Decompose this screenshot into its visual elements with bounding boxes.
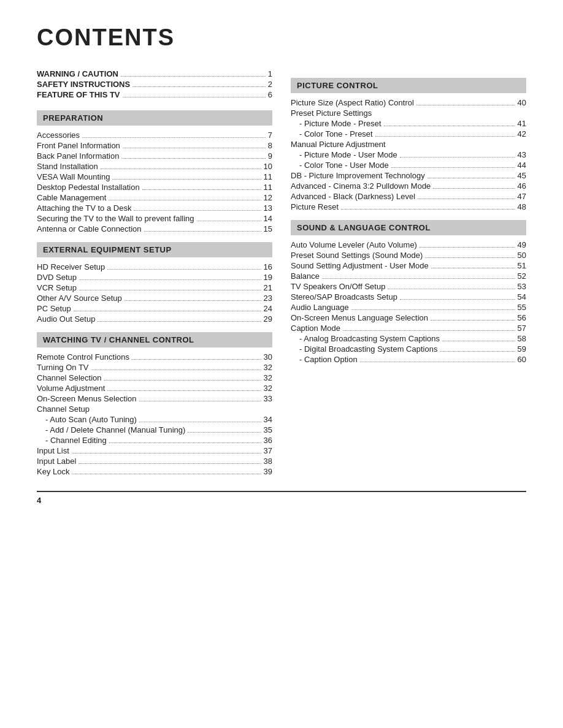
intro-section: WARNING / CAUTION1SAFETY INSTRUCTIONS2FE… bbox=[37, 69, 272, 99]
toc-item: Audio Language55 bbox=[291, 303, 526, 312]
toc-item-label: Remote Control Functions bbox=[37, 352, 129, 362]
toc-dots bbox=[134, 210, 261, 211]
toc-page-num: 48 bbox=[518, 202, 526, 211]
toc-page-num: 44 bbox=[518, 161, 526, 170]
toc-dots bbox=[74, 311, 261, 311]
toc-page-num: 58 bbox=[518, 334, 526, 343]
toc-item-label: DB - Picture Improvement Technology bbox=[291, 171, 425, 180]
toc-item: Stereo/SAP Broadcasts Setup54 bbox=[291, 292, 526, 301]
toc-item: VESA Wall Mounting11 bbox=[37, 172, 272, 181]
toc-dots bbox=[91, 370, 261, 370]
toc-item-label: Other A/V Source Setup bbox=[37, 294, 122, 303]
toc-dots bbox=[433, 188, 515, 189]
toc-item-label: Picture Size (Aspect Ratio) Control bbox=[291, 98, 414, 107]
toc-dots bbox=[391, 167, 515, 168]
section-title: SOUND & LANGUAGE CONTROL bbox=[297, 223, 431, 232]
toc-item-label: - Picture Mode - Preset bbox=[291, 119, 381, 128]
toc-dots bbox=[107, 390, 261, 391]
toc-item: - Color Tone - Preset42 bbox=[291, 129, 526, 138]
toc-page-num: 1 bbox=[268, 69, 272, 78]
toc-page-num: 50 bbox=[518, 251, 526, 260]
left-column: WARNING / CAUTION1SAFETY INSTRUCTIONS2FE… bbox=[37, 69, 272, 479]
toc-item: SAFETY INSTRUCTIONS2 bbox=[37, 80, 272, 89]
toc-item: VCR Setup21 bbox=[37, 283, 272, 292]
toc-item-label: Input List bbox=[37, 446, 69, 455]
toc-page-num: 35 bbox=[264, 425, 272, 434]
toc-page-num: 32 bbox=[264, 384, 272, 393]
right-column: PICTURE CONTROLPicture Size (Aspect Rati… bbox=[291, 69, 526, 479]
toc-item: Other A/V Source Setup23 bbox=[37, 294, 272, 303]
toc-item-label: Desktop Pedestal Installation bbox=[37, 183, 140, 192]
toc-item: Manual Picture Adjustment bbox=[291, 140, 526, 149]
toc-page-num: 19 bbox=[264, 273, 272, 282]
toc-item: On-Screen Menus Selection33 bbox=[37, 394, 272, 403]
section-header: WATCHING TV / CHANNEL CONTROL bbox=[37, 332, 272, 347]
toc-item: Attaching the TV to a Desk13 bbox=[37, 203, 272, 213]
toc-page-num: 37 bbox=[264, 446, 272, 455]
toc-item-label: Accessories bbox=[37, 131, 80, 140]
toc-item-label: - Channel Editing bbox=[37, 436, 107, 445]
toc-dots bbox=[144, 231, 261, 232]
toc-item-label: Attaching the TV to a Desk bbox=[37, 203, 131, 213]
toc-page-num: 8 bbox=[268, 141, 272, 150]
toc-page-num: 16 bbox=[264, 262, 272, 271]
toc-item-label: Input Label bbox=[37, 457, 76, 466]
section-title: WATCHING TV / CHANNEL CONTROL bbox=[43, 335, 194, 344]
toc-item-label: Antenna or Cable Connection bbox=[37, 224, 142, 233]
section-items: Accessories7Front Panel Information8Back… bbox=[37, 131, 272, 233]
toc-item-label: Audio Language bbox=[291, 303, 349, 312]
toc-dots bbox=[384, 126, 515, 126]
toc-item: Preset Picture Settings bbox=[291, 108, 526, 118]
toc-item-label: - Picture Mode - User Mode bbox=[291, 150, 397, 159]
toc-page-num: 51 bbox=[518, 261, 526, 270]
section-items: Picture Size (Aspect Ratio) Control40Pre… bbox=[291, 98, 526, 211]
toc-dots bbox=[400, 299, 515, 300]
toc-item: PC Setup24 bbox=[37, 304, 272, 313]
toc-page-num: 59 bbox=[518, 344, 526, 354]
toc-dots bbox=[343, 330, 515, 331]
toc-item-label: - Analog Broadcasting System Captions bbox=[291, 334, 440, 343]
section-header: PREPARATION bbox=[37, 110, 272, 126]
toc-dots bbox=[79, 279, 261, 280]
toc-page-num: 55 bbox=[518, 303, 526, 312]
toc-dots bbox=[139, 401, 261, 401]
page-title: CONTENTS bbox=[37, 25, 526, 51]
toc-dots bbox=[132, 86, 266, 87]
section-block: PREPARATIONAccessories7Front Panel Infor… bbox=[37, 110, 272, 233]
toc-dots bbox=[442, 341, 515, 341]
footer-page-number: 4 bbox=[37, 496, 41, 505]
toc-item-label: Key Lock bbox=[37, 467, 69, 476]
toc-item-label: SAFETY INSTRUCTIONS bbox=[37, 80, 130, 89]
toc-item-label: WARNING / CAUTION bbox=[37, 69, 118, 78]
toc-item: - Auto Scan (Auto Tuning)34 bbox=[37, 415, 272, 424]
toc-item: Desktop Pedestal Installation11 bbox=[37, 183, 272, 192]
toc-item: - Analog Broadcasting System Captions58 bbox=[291, 334, 526, 343]
toc-item-label: Back Panel Information bbox=[37, 151, 119, 161]
section-items: Remote Control Functions30Turning On TV3… bbox=[37, 352, 272, 476]
toc-dots bbox=[109, 200, 261, 200]
toc-item: Remote Control Functions30 bbox=[37, 352, 272, 362]
toc-dots bbox=[375, 136, 515, 137]
toc-page-num: 60 bbox=[518, 355, 526, 364]
toc-dots bbox=[109, 442, 261, 443]
toc-page-num: 11 bbox=[264, 183, 272, 192]
toc-item-label: Advanced - Cinema 3:2 Pulldown Mode bbox=[291, 181, 431, 191]
toc-dots bbox=[418, 199, 515, 199]
toc-item-label: Audio Out Setup bbox=[37, 314, 95, 324]
section-block: EXTERNAL EQUIPMENT SETUPHD Receiver Setu… bbox=[37, 242, 272, 324]
toc-item-label: Front Panel Information bbox=[37, 141, 120, 150]
toc-item: Accessories7 bbox=[37, 131, 272, 140]
toc-page-num: 54 bbox=[518, 292, 526, 301]
toc-page-num: 9 bbox=[268, 151, 272, 161]
toc-page-num: 15 bbox=[264, 224, 272, 233]
toc-page-num: 39 bbox=[264, 467, 272, 476]
toc-item-label: HD Receiver Setup bbox=[37, 262, 105, 271]
toc-item-label: Stereo/SAP Broadcasts Setup bbox=[291, 292, 397, 301]
section-items: HD Receiver Setup16DVD Setup19VCR Setup2… bbox=[37, 262, 272, 324]
toc-item: Cable Management12 bbox=[37, 193, 272, 202]
toc-item-label: - Add / Delete Channel (Manual Tuning) bbox=[37, 425, 185, 434]
toc-page-num: 7 bbox=[268, 131, 272, 140]
toc-item: Volume Adjustment32 bbox=[37, 384, 272, 393]
toc-dots bbox=[104, 380, 261, 381]
toc-page-num: 38 bbox=[264, 457, 272, 466]
